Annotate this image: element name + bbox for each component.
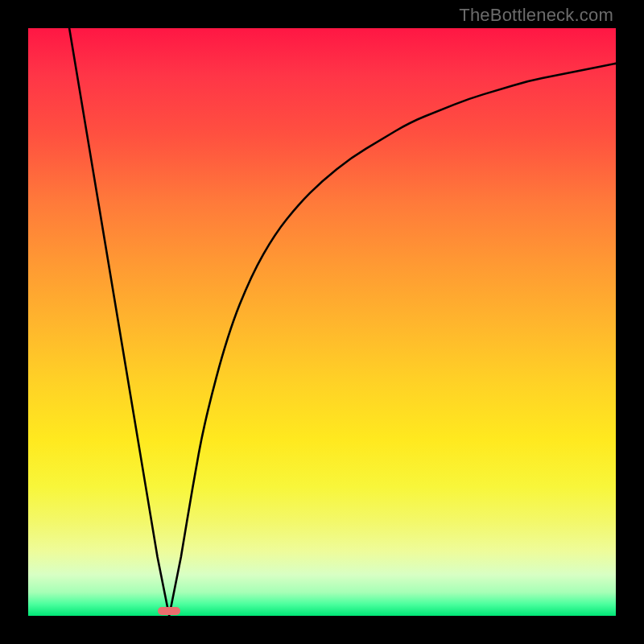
chart-frame: TheBottleneck.com [0,0,644,644]
curve-svg [28,28,616,616]
optimum-marker [158,607,180,615]
plot-area [28,28,616,616]
attribution-text: TheBottleneck.com [459,5,613,26]
bottleneck-curve [69,28,616,616]
